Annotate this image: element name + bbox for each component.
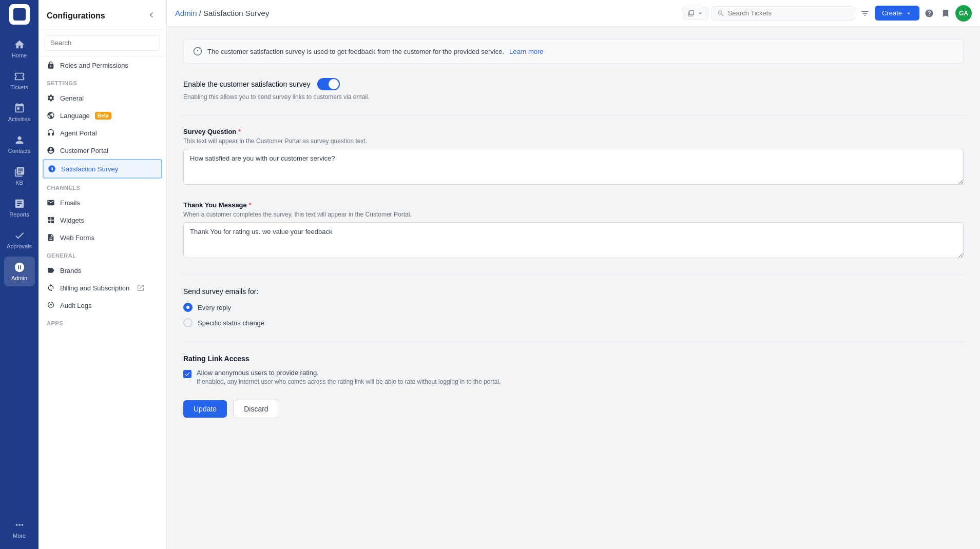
sidebar-item-agent-portal-label: Agent Portal	[60, 129, 97, 137]
sidebar-item-customer-portal[interactable]: Customer Portal	[39, 142, 166, 159]
discard-button[interactable]: Discard	[233, 400, 279, 418]
headset-icon	[47, 129, 55, 137]
bookmark-button[interactable]	[939, 7, 952, 20]
nav-item-reports[interactable]: Reports	[4, 193, 35, 223]
radio-every-reply-circle	[183, 303, 193, 312]
checkbox-sub: If enabled, any internet user who comes …	[197, 378, 501, 385]
main-content: The customer satisfaction survey is used…	[167, 27, 980, 549]
star-icon	[48, 165, 56, 173]
sidebar-item-roles[interactable]: Roles and Permissions	[39, 56, 166, 74]
chevron-down-icon	[697, 10, 704, 17]
gear-icon	[47, 94, 55, 102]
mail-icon	[47, 199, 55, 207]
update-button[interactable]: Update	[183, 400, 227, 418]
survey-question-textarea[interactable]: How satisfied are you with our customer …	[183, 149, 964, 185]
nav-item-approvals-label: Approvals	[7, 243, 32, 249]
nav-item-activities[interactable]: Activities	[4, 97, 35, 127]
enable-section: Enable the customer satisfaction survey …	[183, 78, 964, 101]
radio-specific-status-label: Specific status change	[198, 319, 264, 327]
enable-label: Enable the customer satisfaction survey	[183, 80, 310, 88]
filter-button[interactable]	[858, 7, 872, 20]
survey-question-section: Survey Question * This text will appear …	[183, 128, 964, 187]
sidebar-item-agent-portal[interactable]: Agent Portal	[39, 124, 166, 142]
sidebar-item-satisfaction-survey-label: Satisfaction Survey	[61, 165, 118, 173]
create-button[interactable]: Create	[875, 6, 919, 21]
radio-every-reply[interactable]: Every reply	[183, 303, 964, 312]
nav-item-home[interactable]: Home	[4, 34, 35, 64]
sidebar-item-language[interactable]: Language Beta	[39, 107, 166, 124]
approvals-icon	[14, 230, 25, 241]
breadcrumb-admin[interactable]: Admin	[175, 9, 197, 17]
check-icon	[184, 371, 190, 377]
breadcrumb-page: Satisfaction Survey	[203, 9, 269, 17]
radio-every-reply-label: Every reply	[198, 304, 231, 311]
survey-question-sub: This text will appear in the Customer Po…	[183, 138, 964, 145]
nav-item-tickets-label: Tickets	[10, 84, 28, 90]
enable-toggle[interactable]	[317, 78, 340, 90]
sidebar-item-audit-logs[interactable]: Audit Logs	[39, 297, 166, 314]
sidebar-item-audit-logs-label: Audit Logs	[60, 302, 91, 309]
help-button[interactable]	[923, 7, 936, 20]
sidebar-header: Configurations	[39, 0, 166, 30]
nav-item-contacts[interactable]: Contacts	[4, 129, 35, 159]
nav-item-more-label: More	[13, 533, 26, 539]
search-input[interactable]	[728, 9, 850, 17]
avatar-initials: GA	[959, 10, 968, 17]
nav-item-tickets[interactable]: Tickets	[4, 66, 35, 95]
kb-icon	[14, 166, 25, 178]
sidebar-section-channels: CHANNELS	[39, 179, 166, 194]
chevron-left-icon	[147, 10, 156, 19]
more-icon	[14, 519, 25, 531]
sidebar-item-emails-label: Emails	[60, 199, 80, 207]
send-survey-section: Send survey emails for: Every reply Spec…	[183, 287, 964, 327]
sidebar-section-apps: APPS	[39, 314, 166, 329]
sidebar-item-roles-label: Roles and Permissions	[60, 62, 128, 69]
radio-specific-status[interactable]: Specific status change	[183, 318, 964, 327]
nav-item-home-label: Home	[12, 52, 27, 58]
clock-icon	[47, 301, 55, 309]
admin-icon	[14, 262, 25, 273]
survey-question-label: Survey Question *	[183, 128, 964, 135]
sidebar-section-general: GENERAL	[39, 246, 166, 262]
reports-icon	[14, 198, 25, 209]
sidebar-item-general-label: General	[60, 94, 84, 102]
info-icon	[193, 47, 202, 56]
sidebar-item-billing-label: Billing and Subscription	[60, 284, 129, 292]
help-icon	[925, 9, 934, 18]
learn-more-link[interactable]: Learn more	[509, 48, 543, 55]
sidebar-collapse-button[interactable]	[145, 8, 158, 23]
anonymous-checkbox[interactable]	[183, 370, 191, 378]
sidebar-item-web-forms-label: Web Forms	[60, 234, 94, 242]
sidebar-search-input[interactable]	[45, 35, 160, 51]
lock-icon	[47, 61, 55, 69]
globe-icon	[47, 111, 55, 120]
user-circle-icon	[47, 146, 55, 154]
home-icon	[14, 39, 25, 50]
nav-item-kb[interactable]: KB	[4, 161, 35, 191]
refresh-icon	[47, 284, 55, 292]
sidebar-item-billing[interactable]: Billing and Subscription	[39, 279, 166, 297]
topbar: Admin / Satisfaction Survey Create	[167, 0, 980, 27]
sidebar-item-language-label: Language	[60, 112, 90, 120]
avatar[interactable]: GA	[955, 5, 972, 22]
info-text: The customer satisfaction survey is used…	[207, 48, 504, 55]
breadcrumb: Admin / Satisfaction Survey	[175, 9, 677, 17]
sidebar-item-emails[interactable]: Emails	[39, 194, 166, 211]
nav-item-more[interactable]: More	[4, 514, 35, 544]
sidebar-item-web-forms[interactable]: Web Forms	[39, 229, 166, 246]
contacts-icon	[14, 134, 25, 146]
search-icon	[717, 9, 725, 17]
form-icon	[47, 233, 55, 242]
sidebar-item-widgets[interactable]: Widgets	[39, 211, 166, 229]
sidebar-item-satisfaction-survey[interactable]: Satisfaction Survey	[43, 159, 162, 179]
nav-item-approvals[interactable]: Approvals	[4, 225, 35, 254]
action-bar: Update Discard	[183, 400, 964, 418]
info-banner: The customer satisfaction survey is used…	[183, 39, 964, 64]
sidebar-item-brands[interactable]: Brands	[39, 262, 166, 279]
required-star: *	[238, 128, 241, 135]
thank-you-textarea[interactable]: Thank You for rating us. we value your f…	[183, 222, 964, 258]
bookmark-icon	[941, 9, 950, 18]
breadcrumb-separator: /	[199, 9, 203, 17]
nav-item-admin[interactable]: Admin	[4, 257, 35, 286]
sidebar-item-general[interactable]: General	[39, 89, 166, 107]
